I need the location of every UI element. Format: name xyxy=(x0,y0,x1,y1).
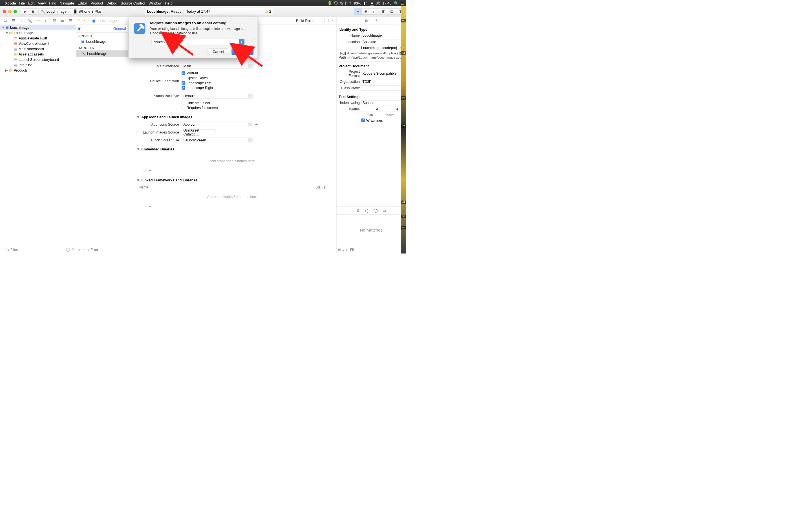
close-window-button[interactable] xyxy=(3,10,6,13)
app-menu[interactable]: Xcode xyxy=(5,1,16,5)
input-source[interactable]: A xyxy=(370,1,374,6)
file-row[interactable]: ▤Main.storyboard xyxy=(0,46,76,52)
launch-screen-file-combo[interactable]: LaunchScreen xyxy=(182,137,253,143)
cancel-button[interactable]: Cancel xyxy=(208,49,229,55)
landscape-left-checkbox-row[interactable]: ✓Landscape Left xyxy=(182,81,331,85)
menu-find[interactable]: Find xyxy=(49,1,56,5)
visible-tab-build-rules[interactable]: Build Rules xyxy=(296,18,315,23)
menu-help[interactable]: Help xyxy=(165,1,172,5)
source-control-navigator-icon[interactable]: ☰ xyxy=(11,18,16,23)
forward-button[interactable]: 〉 xyxy=(87,18,91,23)
debug-navigator-icon[interactable]: ☱ xyxy=(52,18,57,23)
standard-editor-button[interactable]: ≡ xyxy=(354,8,362,15)
navigator-filter-input[interactable] xyxy=(10,247,64,251)
issue-navigator-icon[interactable]: ⚠ xyxy=(35,18,41,23)
target-filter-input[interactable] xyxy=(91,247,133,251)
toggle-debug-area-button[interactable]: ⬓ xyxy=(388,8,396,15)
file-inspector-icon[interactable]: 🗎 xyxy=(365,19,368,23)
toggle-navigator-button[interactable]: ◧ xyxy=(380,8,388,15)
run-button[interactable]: ▶ xyxy=(21,8,29,15)
landscape-right-checkbox-row[interactable]: ✓Landscape Right xyxy=(182,86,331,90)
scheme-selector[interactable]: 🔨 LouchImage 〉 📱 iPhone 8 Plus xyxy=(38,8,104,15)
back-button[interactable]: 〈 xyxy=(82,18,86,23)
related-items-icon[interactable]: ⊞ xyxy=(78,18,81,23)
requires-full-screen-checkbox[interactable]: Requires full screen xyxy=(182,106,331,110)
breakpoint-navigator-icon[interactable]: ▭ xyxy=(60,18,65,23)
file-template-library-icon[interactable]: 🗎 xyxy=(357,209,360,213)
issue-warning-icon[interactable]: ⚠ xyxy=(327,18,330,23)
launch-images-source-button[interactable]: Use Asset Catalog… xyxy=(182,129,215,135)
class-prefix-field[interactable] xyxy=(361,86,404,91)
add-icon[interactable]: ＋ xyxy=(1,247,5,252)
portrait-checkbox-row[interactable]: ✓Portrait xyxy=(182,71,331,75)
library-filter-input[interactable] xyxy=(350,247,405,251)
report-navigator-icon[interactable]: ☰ xyxy=(68,18,73,23)
bluetooth-icon[interactable]: ᛒ xyxy=(345,1,347,5)
app-icons-source-select[interactable]: AppIcon xyxy=(182,122,253,127)
group-row[interactable]: ▼📁 LouchImage xyxy=(0,30,76,36)
menu-view[interactable]: View xyxy=(38,1,46,5)
remove-embedded-icon[interactable]: − xyxy=(149,168,152,174)
project-format-select[interactable]: Xcode 9.3-compatible xyxy=(361,71,404,76)
menu-product[interactable]: Product xyxy=(91,1,103,5)
test-navigator-icon[interactable]: ◇ xyxy=(43,18,49,23)
add-target-icon[interactable]: ＋ xyxy=(78,247,81,252)
zoom-window-button[interactable] xyxy=(13,10,17,13)
organization-field[interactable]: TD3P xyxy=(361,79,404,84)
prev-issue-button[interactable]: 〈 xyxy=(322,18,325,23)
remove-framework-icon[interactable]: − xyxy=(149,204,152,210)
upside-down-checkbox-row[interactable]: Upside Down xyxy=(182,76,331,80)
find-navigator-icon[interactable]: 🔍 xyxy=(27,18,33,23)
menu-source-control[interactable]: Source Control xyxy=(121,1,145,5)
wrap-lines-checkbox[interactable]: ✓Wrap lines xyxy=(361,118,404,122)
menu-edit[interactable]: Edit xyxy=(28,1,35,5)
linked-frameworks-section-header[interactable]: ▼Linked Frameworks and Libraries xyxy=(137,178,331,182)
menu-file[interactable]: File xyxy=(19,1,25,5)
battery-text-icon[interactable]: 🔋 xyxy=(327,1,332,5)
embedded-binaries-section-header[interactable]: ▼Embedded Binaries xyxy=(137,147,331,152)
media-library-icon[interactable]: ▭ xyxy=(383,209,386,213)
file-row[interactable]: ▤LaunchScreen.storyboard xyxy=(0,57,76,62)
dropbox-icon[interactable]: ⧉ xyxy=(340,1,343,5)
target-row[interactable]: 🔨LouchImage xyxy=(76,50,128,57)
warnings-indicator[interactable]: ⚠ 2 xyxy=(265,9,271,14)
symbol-navigator-icon[interactable]: ⌗ xyxy=(19,18,24,23)
scm-filter-icon[interactable]: ☒ xyxy=(71,247,75,252)
add-framework-icon[interactable]: ＋ xyxy=(142,204,146,210)
project-row[interactable]: ▣LouchImage xyxy=(76,39,128,45)
go-to-asset-icon[interactable]: ➔ xyxy=(255,122,258,127)
hide-status-bar-checkbox[interactable]: Hide status bar xyxy=(182,101,331,105)
menu-navigate[interactable]: Navigate xyxy=(60,1,74,5)
notification-center-icon[interactable]: ☰ xyxy=(401,1,404,5)
next-issue-button[interactable]: 〉 xyxy=(331,18,335,23)
status-bar-style-select[interactable]: Default xyxy=(182,93,253,99)
products-group-row[interactable]: ▶📁Products xyxy=(0,68,76,73)
quick-help-inspector-icon[interactable]: ？ xyxy=(374,18,378,23)
minimize-window-button[interactable] xyxy=(8,10,11,13)
menu-window[interactable]: Window xyxy=(149,1,161,5)
project-root-row[interactable]: ▼▣ LouchImage xyxy=(0,25,76,30)
menu-editor[interactable]: Editor xyxy=(78,1,87,5)
location-select[interactable]: Absolute xyxy=(361,40,404,45)
hide-target-list-icon[interactable]: ◧ xyxy=(78,26,82,31)
add-embedded-icon[interactable]: ＋ xyxy=(142,168,146,174)
file-row[interactable]: ▤Info.plist xyxy=(0,62,76,68)
project-navigator-icon[interactable]: 🗂 xyxy=(3,18,8,23)
file-row[interactable]: ▤AppDelegate.swift xyxy=(0,36,76,41)
library-view-icon[interactable]: ⊞ xyxy=(338,247,341,252)
battery-percent[interactable]: 93% xyxy=(354,1,361,5)
recent-filter-icon[interactable]: 🕘 xyxy=(66,247,70,252)
general-tab[interactable]: General xyxy=(113,27,126,31)
file-row[interactable]: ▤ViewController.swift xyxy=(0,41,76,46)
indent-using-select[interactable]: Spaces xyxy=(361,100,404,105)
indent-width-field[interactable]: 4 xyxy=(381,107,399,112)
version-editor-button[interactable]: ⇄ xyxy=(370,8,378,15)
tab-width-field[interactable]: 4 xyxy=(361,107,379,112)
assistant-editor-button[interactable]: ◉ xyxy=(362,8,370,15)
stop-button[interactable]: ◼ xyxy=(29,8,37,15)
clock-day[interactable]: 水 xyxy=(376,1,380,6)
clock-time[interactable]: 17:48 xyxy=(382,1,392,5)
spotlight-icon[interactable]: 🔍 xyxy=(394,1,398,5)
battery-icon[interactable]: ▮▯ xyxy=(363,1,367,5)
library-list-icon[interactable]: ≡ xyxy=(342,247,344,252)
